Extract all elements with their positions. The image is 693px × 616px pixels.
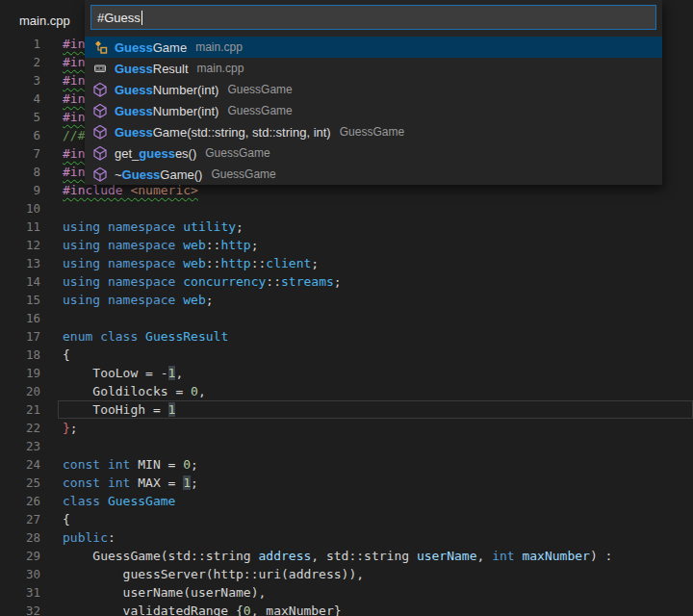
code-line[interactable]: 11using namespace utility; [0,218,693,236]
code-line[interactable]: 21 TooHigh = 1 [0,400,693,419]
symbol-description: GuessGame [227,83,292,96]
code-line[interactable]: 26class GuessGame [0,492,693,510]
symbol-row[interactable]: GuessNumber(int)GuessGame [85,79,662,100]
code-text: using namespace web::http::client; [58,254,693,272]
enum-icon [92,61,108,76]
quick-input-wrap: #Guess [85,0,662,30]
code-text: Goldilocks = 0, [58,382,693,400]
code-text: enum class GuessResult [58,327,693,346]
class-icon [92,39,108,55]
tab-main-cpp[interactable]: main.cpp [0,8,70,28]
line-number: 1 [0,35,58,53]
symbol-label: ~GuessGame() [115,167,202,182]
code-line[interactable]: 32 validatedRange {0, maxNumber} [0,602,693,616]
line-number: 31 [0,583,58,602]
line-number: 2 [0,53,58,71]
code-line[interactable]: 20 Goldilocks = 0, [0,382,693,400]
code-line[interactable]: 29 GuessGame(std::string address, std::s… [0,547,693,565]
symbol-row[interactable]: get_guesses()GuessGame [85,142,662,164]
method-icon [92,145,108,161]
method-icon [92,82,108,97]
text-cursor [141,11,142,25]
code-line[interactable]: 15using namespace web; [0,291,693,309]
line-number: 10 [0,199,58,218]
code-text: { [58,346,693,364]
line-number: 8 [0,163,58,181]
line-number: 12 [0,236,58,254]
code-text [58,199,693,218]
symbol-label: GuessNumber(int) [115,104,218,118]
error-squiggle: #in [63,37,85,51]
code-line[interactable]: 14using namespace concurrency::streams; [0,272,693,291]
code-line[interactable]: 24const int MIN = 0; [0,455,693,474]
error-squiggle: #in [63,91,85,106]
error-squiggle: #in [63,73,85,88]
symbol-list: GuessGamemain.cppGuessResultmain.cppGues… [85,37,662,185]
code-line[interactable]: 22}; [0,419,693,437]
line-number: 29 [0,547,58,565]
line-number: 23 [0,437,58,455]
code-line[interactable]: 27{ [0,510,693,528]
symbol-description: GuessGame [211,167,275,181]
symbol-row[interactable]: GuessResultmain.cpp [85,58,662,79]
error-squiggle: #in [63,146,85,161]
line-number: 21 [0,400,58,419]
code-text: const int MIN = 0; [58,455,693,474]
search-query-text: #Guess [97,11,141,25]
error-squiggle: #in [63,55,85,69]
code-text: { [58,510,693,528]
line-number: 16 [0,309,58,327]
code-line[interactable]: 30 guessServer(http::uri(address)), [0,565,693,583]
line-number: 14 [0,272,58,291]
code-line[interactable]: 23 [0,437,693,455]
code-text: using namespace web::http; [58,236,693,254]
line-number: 15 [0,291,58,309]
symbol-row[interactable]: ~GuessGame()GuessGame [85,164,662,185]
line-number: 25 [0,474,58,492]
code-line[interactable]: 31 userName(userName), [0,583,693,602]
symbol-row[interactable]: GuessGame(std::string, std::string, int)… [85,121,662,142]
code-line[interactable]: 10 [0,199,693,218]
symbol-label: get_guesses() [115,146,196,161]
method-icon [92,103,108,118]
symbol-description: main.cpp [195,40,243,54]
line-number: 7 [0,144,58,163]
symbol-search-input[interactable]: #Guess [90,5,656,30]
line-number: 3 [0,71,58,90]
code-line[interactable]: 17enum class GuessResult [0,327,693,346]
line-number: 9 [0,181,58,199]
line-number: 26 [0,492,58,510]
line-number: 24 [0,455,58,474]
line-number: 28 [0,528,58,547]
line-number: 30 [0,565,58,583]
symbol-description: main.cpp [197,62,244,75]
symbol-label: GuessResult [115,62,189,76]
symbol-label: GuessGame(std::string, std::string, int) [115,125,331,140]
code-text: userName(userName), [58,583,693,602]
code-text: TooLow = -1, [58,364,693,382]
code-line[interactable]: 12using namespace web::http; [0,236,693,254]
code-text: validatedRange {0, maxNumber} [58,602,693,616]
line-number: 20 [0,382,58,400]
line-number: 19 [0,364,58,382]
error-squiggle: #in [63,110,85,124]
code-line[interactable]: 25const int MAX = 1; [0,474,693,492]
symbol-row[interactable]: GuessNumber(int)GuessGame [85,100,662,121]
code-line[interactable]: 19 TooLow = -1, [0,364,693,382]
code-line[interactable]: 13using namespace web::http::client; [0,254,693,272]
method-icon [92,167,108,182]
symbol-row[interactable]: GuessGamemain.cpp [85,37,662,58]
code-text: guessServer(http::uri(address)), [58,565,693,583]
code-text [58,309,693,327]
code-line[interactable]: 16 [0,309,693,327]
code-line[interactable]: 18{ [0,346,693,364]
line-number: 32 [0,602,58,616]
code-text: using namespace concurrency::streams; [58,272,693,291]
quick-open-widget: #Guess GuessGamemain.cppGuessResultmain.… [85,0,662,185]
error-squiggle: #in [63,165,85,179]
code-line[interactable]: 28public: [0,528,693,547]
symbol-description: GuessGame [340,125,404,139]
line-number: 22 [0,419,58,437]
line-number: 6 [0,126,58,144]
line-number: 4 [0,90,58,108]
